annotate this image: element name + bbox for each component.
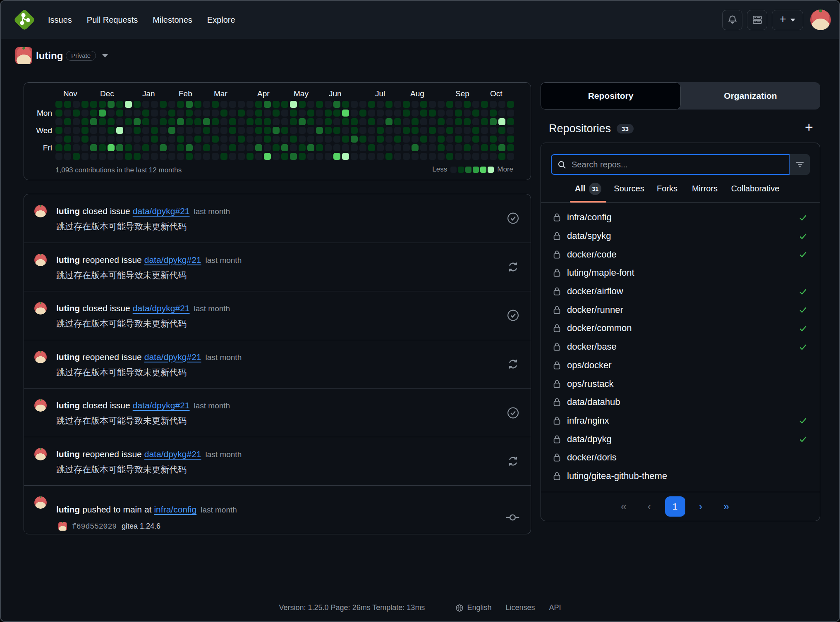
repo-row[interactable]: docker/code: [541, 245, 820, 264]
legend-square: [450, 167, 457, 173]
feed-item: lutingpushed tomainatinfra/configlast mo…: [24, 485, 531, 534]
heatmap-cell: [507, 127, 514, 134]
repo-name[interactable]: docker/code: [567, 249, 617, 260]
filter-tab-forks[interactable]: Forks: [657, 184, 677, 193]
user-avatar[interactable]: [810, 10, 831, 30]
feed-avatar[interactable]: [34, 302, 47, 315]
heatmap-cell: [385, 136, 392, 143]
feed-repo-link[interactable]: data/dpykg#21: [133, 400, 190, 410]
filter-tab-collaborative[interactable]: Collaborative: [731, 184, 780, 193]
heatmap-cell: [359, 127, 366, 134]
notifications-button[interactable]: [722, 10, 742, 30]
feed-repo-link[interactable]: data/dpykg#21: [144, 352, 201, 362]
feed-user[interactable]: luting: [56, 206, 80, 216]
heatmap-cell: [238, 127, 245, 134]
repo-name[interactable]: infra/nginx: [567, 415, 609, 426]
repo-name[interactable]: docker/runner: [567, 305, 623, 315]
footer-licenses[interactable]: Licenses: [505, 603, 535, 612]
repo-name[interactable]: luting/maple-font: [567, 267, 634, 278]
feed-avatar[interactable]: [34, 205, 47, 217]
repo-row[interactable]: infra/config: [541, 208, 820, 227]
repo-name[interactable]: luting/gitea-github-theme: [567, 471, 667, 481]
feed-avatar[interactable]: [34, 448, 47, 460]
repo-name[interactable]: ops/rustack: [567, 379, 614, 389]
panel-tab-organization[interactable]: Organization: [681, 82, 820, 110]
repo-row[interactable]: luting/maple-font: [541, 264, 820, 282]
heatmap-cell: [186, 127, 193, 134]
repo-row[interactable]: luting/gitea-github-theme: [541, 467, 820, 486]
repo-name[interactable]: ops/docker: [567, 360, 612, 371]
repo-row[interactable]: docker/doris: [541, 448, 820, 467]
filter-tab-sources[interactable]: Sources: [614, 184, 644, 193]
feed-repo-link[interactable]: data/dpykg#21: [144, 449, 201, 459]
feed-avatar[interactable]: [34, 399, 47, 412]
heatmap-grid: [55, 101, 514, 160]
nav-link-issues[interactable]: Issues: [48, 15, 72, 25]
feed-repo-link[interactable]: data/dpykg#21: [133, 303, 190, 313]
legend-square: [465, 167, 471, 173]
footer-api[interactable]: API: [549, 603, 561, 612]
repo-row[interactable]: docker/runner: [541, 300, 820, 319]
feed-user[interactable]: luting: [56, 449, 80, 459]
filter-tab-mirrors[interactable]: Mirrors: [692, 184, 718, 193]
add-repository-button[interactable]: +: [805, 120, 813, 134]
heatmap-cell: [342, 127, 349, 134]
feed-repo-link[interactable]: infra/config: [154, 505, 196, 514]
heatmap-cell: [160, 118, 167, 125]
create-new-button[interactable]: +: [772, 10, 803, 30]
feed-repo-link[interactable]: data/dpykg#21: [144, 255, 201, 265]
repo-search-input[interactable]: Search repos...: [551, 154, 790, 175]
profile-username[interactable]: luting: [36, 50, 63, 62]
nav-link-milestones[interactable]: Milestones: [153, 15, 192, 25]
repo-row[interactable]: docker/airflow: [541, 282, 820, 301]
repo-row[interactable]: data/datahub: [541, 393, 820, 412]
feed-action: reopened issue: [82, 255, 142, 265]
heatmap-cell: [160, 136, 167, 143]
pagination-first[interactable]: «: [614, 496, 634, 517]
feed-avatar[interactable]: [34, 351, 47, 363]
heatmap-cell: [73, 110, 80, 117]
profile-avatar[interactable]: [15, 47, 32, 64]
commit-hash[interactable]: f69d552029: [72, 522, 117, 531]
panel-tab-repository[interactable]: Repository: [541, 82, 681, 110]
feed-user[interactable]: luting: [56, 303, 80, 313]
gitea-logo-icon[interactable]: [12, 8, 36, 32]
filter-tab-all[interactable]: All 31: [570, 179, 606, 198]
repo-filter-button[interactable]: [790, 154, 810, 175]
repo-name[interactable]: infra/config: [567, 212, 612, 223]
repo-name[interactable]: docker/common: [567, 323, 632, 334]
feed-user[interactable]: luting: [56, 400, 80, 410]
pagination-next[interactable]: ›: [691, 496, 711, 517]
repo-row[interactable]: data/dpykg: [541, 430, 820, 448]
admin-panel-button[interactable]: [747, 10, 767, 30]
repo-name[interactable]: data/dpykg: [567, 434, 612, 445]
feed-repo-link[interactable]: data/dpykg#21: [133, 206, 190, 216]
feed-user[interactable]: luting: [56, 505, 80, 514]
heatmap-cell: [125, 101, 132, 108]
repo-row[interactable]: infra/nginx: [541, 412, 820, 430]
footer-language[interactable]: English: [455, 603, 491, 612]
pagination-current[interactable]: 1: [665, 496, 685, 517]
repo-name[interactable]: docker/doris: [567, 452, 617, 463]
pagination-last[interactable]: »: [716, 496, 737, 517]
repo-name[interactable]: docker/airflow: [567, 286, 623, 297]
feed-user[interactable]: luting: [56, 352, 80, 362]
repo-name[interactable]: data/spykg: [567, 231, 611, 241]
repo-row[interactable]: docker/common: [541, 319, 820, 338]
visibility-badge: Private: [66, 51, 96, 61]
repo-row[interactable]: data/spykg: [541, 227, 820, 245]
heatmap-cell: [116, 118, 123, 125]
repo-name[interactable]: docker/base: [567, 341, 617, 352]
profile-chevron-down-icon[interactable]: [102, 54, 108, 57]
repo-row[interactable]: ops/docker: [541, 356, 820, 375]
heatmap-cell: [186, 101, 193, 108]
repo-row[interactable]: docker/base: [541, 338, 820, 356]
feed-user[interactable]: luting: [56, 255, 80, 265]
pagination-prev[interactable]: ‹: [639, 496, 660, 517]
repo-name[interactable]: data/datahub: [567, 397, 620, 408]
repo-row[interactable]: ops/rustack: [541, 374, 820, 393]
nav-link-explore[interactable]: Explore: [207, 15, 235, 25]
feed-avatar[interactable]: [34, 496, 47, 509]
nav-link-pull-requests[interactable]: Pull Requests: [87, 15, 138, 25]
feed-avatar[interactable]: [34, 254, 47, 266]
